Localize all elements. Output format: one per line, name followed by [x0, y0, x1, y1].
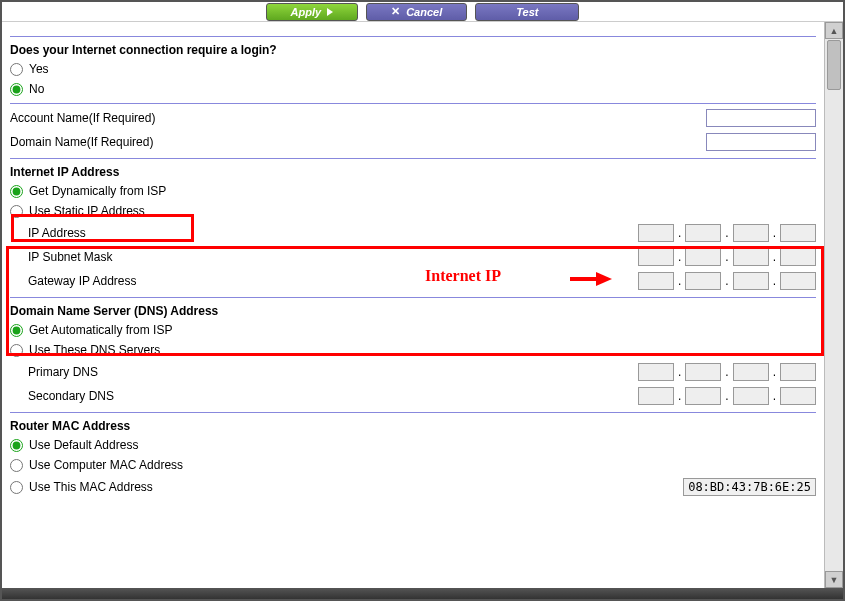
scroll-up-icon[interactable]: ▲: [825, 22, 843, 39]
dot: .: [771, 250, 778, 264]
dns-use-label: Use These DNS Servers: [29, 343, 160, 357]
primary-dns-label: Primary DNS: [28, 365, 638, 379]
dns-title: Domain Name Server (DNS) Address: [10, 300, 816, 320]
login-section: Does your Internet connection require a …: [10, 39, 816, 99]
login-no-label: No: [29, 82, 44, 96]
dot: .: [771, 226, 778, 240]
scroll-down-icon[interactable]: ▼: [825, 571, 843, 588]
dot: .: [676, 365, 683, 379]
ip-addr-oct4[interactable]: [780, 224, 816, 242]
ip-addr-oct1[interactable]: [638, 224, 674, 242]
dns-auto-radio[interactable]: [10, 324, 23, 337]
ip-static-label: Use Static IP Address: [29, 204, 145, 218]
dot: .: [676, 250, 683, 264]
account-section: Account Name(If Required) Domain Name(If…: [10, 106, 816, 154]
ip-title: Internet IP Address: [10, 161, 816, 181]
login-yes-radio[interactable]: [10, 63, 23, 76]
secondary-dns-cells: . . .: [638, 387, 816, 405]
ip-addr-label: IP Address: [28, 226, 638, 240]
dot: .: [723, 226, 730, 240]
pdns-oct4[interactable]: [780, 363, 816, 381]
scroll-thumb[interactable]: [827, 40, 841, 90]
pdns-oct1[interactable]: [638, 363, 674, 381]
apply-button[interactable]: Apply: [266, 3, 359, 21]
cancel-label: Cancel: [406, 6, 442, 18]
account-name-input[interactable]: [706, 109, 816, 127]
login-yes-label: Yes: [29, 62, 49, 76]
mac-this-label: Use This MAC Address: [29, 480, 683, 494]
gateway-oct4[interactable]: [780, 272, 816, 290]
dot: .: [723, 250, 730, 264]
divider: [10, 36, 816, 37]
toolbar: Apply ✕Cancel Test: [2, 2, 843, 22]
main-area: Does your Internet connection require a …: [2, 22, 843, 588]
gateway-oct2[interactable]: [685, 272, 721, 290]
mac-section: Router MAC Address Use Default Address U…: [10, 415, 816, 499]
subnet-oct4[interactable]: [780, 248, 816, 266]
dot: .: [676, 274, 683, 288]
scrollbar[interactable]: ▲ ▼: [824, 22, 843, 588]
content-pane: Does your Internet connection require a …: [2, 22, 824, 588]
subnet-oct3[interactable]: [733, 248, 769, 266]
subnet-oct1[interactable]: [638, 248, 674, 266]
sdns-oct4[interactable]: [780, 387, 816, 405]
mac-default-radio[interactable]: [10, 439, 23, 452]
dot: .: [723, 365, 730, 379]
dot: .: [723, 274, 730, 288]
divider: [10, 158, 816, 159]
divider: [10, 297, 816, 298]
mac-default-label: Use Default Address: [29, 438, 138, 452]
ip-static-radio[interactable]: [10, 205, 23, 218]
subnet-label: IP Subnet Mask: [28, 250, 638, 264]
secondary-dns-label: Secondary DNS: [28, 389, 638, 403]
gateway-oct3[interactable]: [733, 272, 769, 290]
ip-addr-cells: . . .: [638, 224, 816, 242]
mac-title: Router MAC Address: [10, 415, 816, 435]
mac-this-radio[interactable]: [10, 481, 23, 494]
dot: .: [771, 389, 778, 403]
sdns-oct2[interactable]: [685, 387, 721, 405]
login-no-radio[interactable]: [10, 83, 23, 96]
ip-dynamic-label: Get Dynamically from ISP: [29, 184, 166, 198]
gateway-oct1[interactable]: [638, 272, 674, 290]
close-icon: ✕: [391, 5, 400, 18]
apply-label: Apply: [291, 6, 322, 18]
ip-section: Internet IP Address Get Dynamically from…: [10, 161, 816, 293]
divider: [10, 412, 816, 413]
mac-computer-radio[interactable]: [10, 459, 23, 472]
dot: .: [771, 274, 778, 288]
ip-addr-oct3[interactable]: [733, 224, 769, 242]
mac-value: 08:BD:43:7B:6E:25: [683, 478, 816, 496]
bottom-bar: [2, 588, 843, 599]
app-window: Apply ✕Cancel Test Does your Internet co…: [0, 0, 845, 601]
dot: .: [676, 226, 683, 240]
dot: .: [723, 389, 730, 403]
dot: .: [771, 365, 778, 379]
pdns-oct3[interactable]: [733, 363, 769, 381]
ip-dynamic-radio[interactable]: [10, 185, 23, 198]
primary-dns-cells: . . .: [638, 363, 816, 381]
dot: .: [676, 389, 683, 403]
account-name-label: Account Name(If Required): [10, 111, 706, 125]
domain-name-label: Domain Name(If Required): [10, 135, 706, 149]
login-title: Does your Internet connection require a …: [10, 39, 816, 59]
gateway-cells: . . .: [638, 272, 816, 290]
pdns-oct2[interactable]: [685, 363, 721, 381]
divider: [10, 103, 816, 104]
mac-computer-label: Use Computer MAC Address: [29, 458, 183, 472]
sdns-oct1[interactable]: [638, 387, 674, 405]
subnet-oct2[interactable]: [685, 248, 721, 266]
gateway-label: Gateway IP Address: [28, 274, 638, 288]
test-label: Test: [516, 6, 538, 18]
sdns-oct3[interactable]: [733, 387, 769, 405]
test-button[interactable]: Test: [475, 3, 579, 21]
dns-section: Domain Name Server (DNS) Address Get Aut…: [10, 300, 816, 408]
dns-auto-label: Get Automatically from ISP: [29, 323, 172, 337]
ip-addr-oct2[interactable]: [685, 224, 721, 242]
domain-name-input[interactable]: [706, 133, 816, 151]
triangle-right-icon: [327, 8, 333, 16]
cancel-button[interactable]: ✕Cancel: [366, 3, 467, 21]
dns-use-radio[interactable]: [10, 344, 23, 357]
subnet-cells: . . .: [638, 248, 816, 266]
